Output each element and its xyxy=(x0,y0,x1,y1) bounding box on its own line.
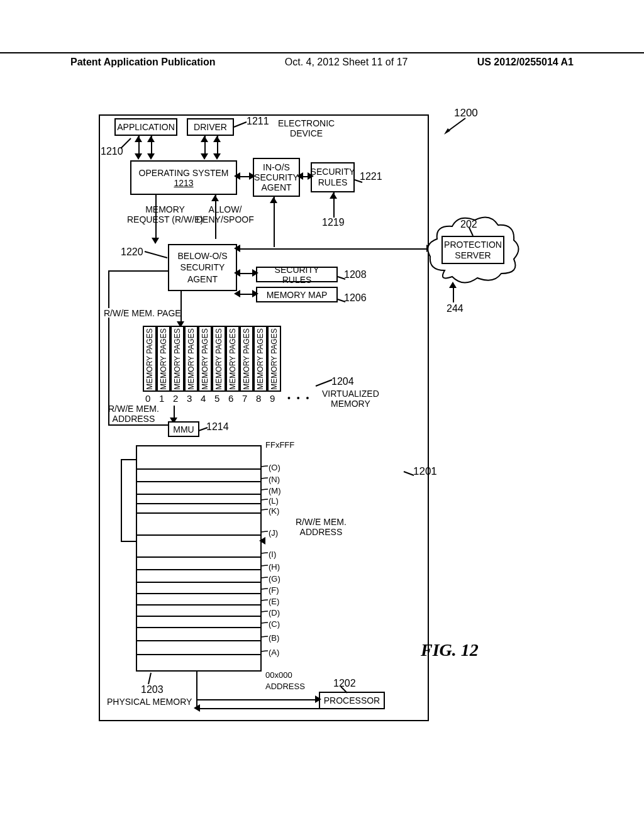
ref-1210: 1210 xyxy=(101,146,123,157)
page-idx-4: 4 xyxy=(201,393,206,404)
ref-1214: 1214 xyxy=(206,421,229,433)
rwe-addr-right-label: R/W/E MEM. ADDRESS xyxy=(296,517,347,537)
ref-1204: 1204 xyxy=(331,376,354,387)
svg-line-12 xyxy=(341,687,347,693)
page-idx-9: 9 xyxy=(270,393,275,404)
ref-1208: 1208 xyxy=(344,269,367,280)
os-text: OPERATING SYSTEM xyxy=(139,168,229,178)
svg-line-13 xyxy=(469,228,473,236)
in-os-agent-box: IN-O/S SECURITY AGENT xyxy=(253,158,300,197)
header-center: Oct. 4, 2012 Sheet 11 of 17 xyxy=(285,57,408,68)
svg-line-4 xyxy=(355,180,362,182)
figure-label: FIG. 12 xyxy=(421,640,479,660)
header-right: US 2012/0255014 A1 xyxy=(477,57,574,68)
protection-server-box: PROTECTION SERVER xyxy=(441,236,504,264)
svg-line-11 xyxy=(148,673,151,684)
application-box: APPLICATION xyxy=(114,118,177,136)
os-box: OPERATING SYSTEM 1213 xyxy=(130,160,237,195)
addr-title: ADDRESS xyxy=(265,682,305,691)
diagram: ELECTRONIC DEVICE 1200 APPLICATION DRIVE… xyxy=(70,107,574,736)
allow-deny-label: ALLOW/ DENY/SPOOF xyxy=(196,204,254,224)
ref-1211: 1211 xyxy=(247,116,269,127)
svg-line-2 xyxy=(234,122,247,127)
ref-1219: 1219 xyxy=(322,217,345,228)
below-os-agent-box: BELOW-O/S SECURITY AGENT xyxy=(168,244,237,291)
mmu-box: MMU xyxy=(168,421,199,437)
page-idx-2: 2 xyxy=(173,393,178,404)
page-idx-0: 0 xyxy=(145,393,150,404)
header-left: Patent Application Publication xyxy=(70,57,216,68)
svg-line-3 xyxy=(121,138,131,148)
ref-1220: 1220 xyxy=(121,246,143,258)
physical-memory-box xyxy=(136,445,262,672)
svg-line-10 xyxy=(404,472,414,475)
svg-line-6 xyxy=(338,277,345,279)
page-idx-1: 1 xyxy=(159,393,164,404)
svg-line-5 xyxy=(145,252,167,258)
sec-rules-top-box: SECURITY RULES xyxy=(311,162,355,192)
ref-244: 244 xyxy=(447,303,464,314)
memory-request-label: MEMORY REQUEST (R/W/E) xyxy=(127,204,203,224)
driver-box: DRIVER xyxy=(187,118,234,136)
page-idx-7: 7 xyxy=(242,393,247,404)
page-idx-5: 5 xyxy=(214,393,219,404)
page-idx-8: 8 xyxy=(256,393,261,404)
addr-top: FFxFFF xyxy=(265,440,294,450)
svg-line-8 xyxy=(316,380,332,386)
os-num: 1213 xyxy=(174,178,193,188)
mem-map-box: MEMORY MAP xyxy=(256,287,338,302)
phys-row-leaders xyxy=(262,459,270,673)
phys-mem-label: PHYSICAL MEMORY xyxy=(107,697,192,707)
ref-1206: 1206 xyxy=(344,292,367,304)
virt-mem-label: VIRTUALIZED MEMORY xyxy=(322,389,379,409)
rwe-page-label: R/W/E MEM. PAGE xyxy=(104,308,181,318)
svg-line-7 xyxy=(338,299,345,302)
processor-box: PROCESSOR xyxy=(319,692,385,709)
svg-line-9 xyxy=(199,428,208,431)
electronic-device-label: ELECTRONIC DEVICE xyxy=(278,118,335,138)
page-idx-3: 3 xyxy=(187,393,192,404)
sec-rules-mid-box: SECURITY RULES xyxy=(256,267,338,282)
ref-1201: 1201 xyxy=(413,465,437,478)
page-dots: • • • xyxy=(287,393,311,403)
page-idx-6: 6 xyxy=(228,393,233,404)
page-header: Patent Application Publication Oct. 4, 2… xyxy=(0,52,644,68)
rwe-addr-left-label: R/W/E MEM. ADDRESS xyxy=(108,404,159,424)
